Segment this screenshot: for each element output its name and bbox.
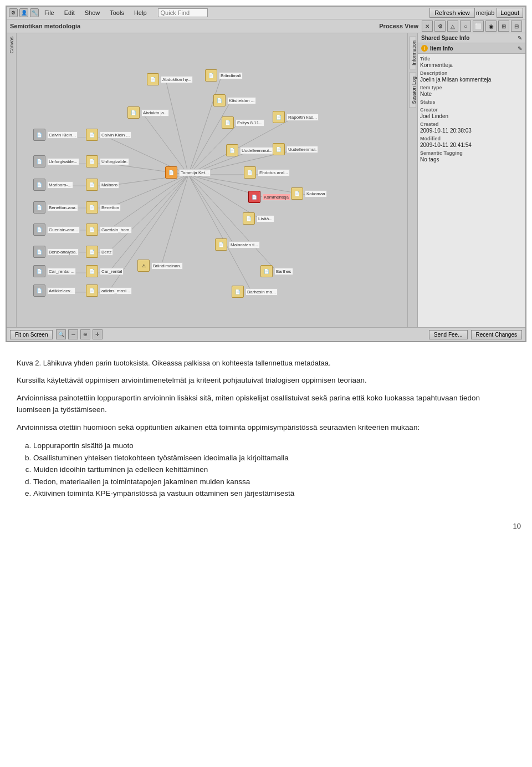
window-controls: ⚙ 👤 🔧 [9,8,39,17]
toolbar-icon-2[interactable]: ⚙ [434,21,446,32]
tab-information[interactable]: Information [409,37,416,69]
info-semantic-value: No tags [420,156,523,162]
toolbar-icon-3[interactable]: △ [447,21,458,32]
right-panel-wrapper: Information Session Log Shared Space Inf… [407,33,525,327]
node-briindimainan[interactable]: ⚠ Briindimainan. [137,260,183,272]
node-briindimali[interactable]: 📄 Briindimali [205,69,243,82]
node-lisaa[interactable]: 📄 Lisää... [243,212,274,225]
node-adidas[interactable]: 📄 adidas_masi... [86,285,132,297]
node-ehdotus[interactable]: 📄 Ehdotus aral... [244,166,290,179]
node-icon: 📄 [86,224,98,236]
info-modified-value: 2009-10-11 20:41:54 [420,142,523,148]
tab-session-log[interactable]: Session Log [409,73,416,108]
node-icon: 📄 [165,166,177,179]
node-icon: 📄 [86,285,98,297]
recent-changes-button[interactable]: Recent Changes [471,330,523,339]
node-kasiteidan[interactable]: 📄 Käsiteidan ... [213,94,256,106]
node-carrental-gray[interactable]: 📄 Car_rental ... [33,265,76,277]
menu-file[interactable]: File [40,8,59,17]
node-raportin[interactable]: 📄 Raportin käs... [273,111,319,123]
node-carrental[interactable]: 📄 Car_rental [86,265,124,277]
zoom-out-icon[interactable]: 🔍 [56,329,66,339]
refresh-button[interactable]: Refresh view [429,8,475,18]
svg-line-0 [166,82,188,175]
node-icon: 📄 [86,201,98,214]
toolbar-icon-1[interactable]: ✕ [422,21,433,32]
menu-edit[interactable]: Edit [60,8,79,17]
node-icon: 📄 [33,224,45,236]
node-kommenteja[interactable]: 📄 Kommenteja [248,191,290,203]
node-calvinklein-gray[interactable]: 📄 Calvin Klein... [33,129,78,141]
window-icon-1[interactable]: ⚙ [9,8,18,17]
node-benz-gray[interactable]: 📄 Benz-analysa. [33,246,79,258]
toolbar-icon-7[interactable]: ⊞ [498,21,509,32]
info-row-creator: Creator Joel Linden [420,107,523,119]
node-benetton-gray[interactable]: 📄 Benetton-ana. [33,201,78,214]
node-malboro[interactable]: 📄 Malboro [86,179,119,191]
item-edit-icon[interactable]: ✎ [518,45,522,52]
node-label: Raportin käs... [287,114,319,121]
node-label: Lisää... [257,215,274,222]
node-esitys[interactable]: 📄 Esitys 8.11... [222,116,264,129]
info-row-modified: Modified 2009-10-11 20:41:54 [420,136,523,148]
node-guerlain-gray[interactable]: 📄 Guerlain-ana... [33,224,80,236]
node-icon: 📄 [248,191,260,203]
menu-help[interactable]: Help [130,8,151,17]
node-mainosten[interactable]: 📄 Mainosten ti... [215,238,260,251]
info-row-desc: Description Joelin ja Miisan kommentteja [420,70,523,83]
logout-button[interactable]: Logout [497,8,523,18]
node-abdukto[interactable]: 📄 Abdukto ja... [127,106,169,119]
toolbar-icon-5[interactable]: ⬜ [473,21,484,32]
list-item-a: Loppuraportin sisältö ja muoto [33,440,515,452]
info-creator-value: Joel Linden [420,113,523,119]
node-label: Kommenteja [262,194,290,201]
node-tommija[interactable]: 📄 Tommija Ket... [165,166,211,179]
node-benz[interactable]: 📄 Benz [86,246,113,258]
node-guerlain[interactable]: 📄 Guerlain_hom. [86,224,132,236]
menu-tools[interactable]: Tools [105,8,129,17]
sidebar-canvas-label[interactable]: Canvas [8,33,16,57]
node-artikkelacv-gray[interactable]: 📄 Artikkelacv... [33,285,75,297]
window-icon-2[interactable]: 👤 [19,8,28,17]
node-label: Mainosten ti... [229,241,260,248]
node-unforgivable-gray[interactable]: 📄 Unforgivable... [33,155,79,167]
node-uudelleenmui1[interactable]: 📄 Uudelleenmui... [226,144,274,156]
canvas-area[interactable]: 📄 Abduktion hy... 📄 Briindimali 📄 Käsite… [17,33,407,327]
toolbar-icon-4[interactable]: ○ [460,21,471,32]
slider-icon[interactable]: ─ [68,329,78,339]
node-calvinklein[interactable]: 📄 Calvin Klein ... [86,129,131,141]
node-icon: 📄 [273,143,285,155]
node-marlboro-gray[interactable]: 📄 Marlboro-... [33,179,73,191]
right-panel-content: Title Kommentteja Description Joelin ja … [418,54,525,327]
article-para1: Kurssilla käytettävät oppimisen arvioint… [17,375,515,386]
node-label: Tommija Ket... [179,169,211,176]
node-kokomaa[interactable]: 📄 Kokomaa [291,187,327,200]
fit-screen-button[interactable]: Fit on Screen [10,330,53,339]
node-barhesin[interactable]: 📄 Barhesin ma... [232,286,278,298]
node-uudelleenmui2[interactable]: 📄 Uudelleenmui. [273,143,318,155]
node-label: Ehdotus aral... [258,169,290,176]
zoom-in-icon[interactable]: ⊕ [80,329,90,339]
edit-icon[interactable]: ✎ [518,35,522,41]
node-label: adidas_masi... [100,287,132,294]
toolbar-icon-6[interactable]: ◉ [485,21,497,32]
node-icon: 📄 [33,265,45,277]
user-area: merjab Logout [476,8,523,18]
menu-show[interactable]: Show [80,8,105,17]
node-benetton[interactable]: 📄 Benetton [86,201,121,214]
username-label: merjab [476,9,495,16]
node-label: Guerlain_hom. [100,226,132,233]
node-label: Benetton-ana. [47,204,78,211]
node-abduktionhy[interactable]: 📄 Abduktion hy... [147,73,193,85]
node-unforgivable[interactable]: 📄 Unforgivable. [86,155,129,167]
move-icon[interactable]: ✛ [93,329,103,339]
toolbar-icon-8[interactable]: ⊟ [511,21,522,32]
node-barthes[interactable]: 📄 Barthes [260,265,293,277]
right-panel: Shared Space Info ✎ i Item Info ✎ Title … [417,33,525,327]
node-icon: 📄 [33,285,45,297]
quickfind-input[interactable] [158,8,208,17]
node-label: Calvin Klein... [47,131,78,139]
window-icon-3[interactable]: 🔧 [30,8,39,17]
node-label: Benetton [100,204,121,211]
send-feedback-button[interactable]: Send Fee... [429,330,468,339]
